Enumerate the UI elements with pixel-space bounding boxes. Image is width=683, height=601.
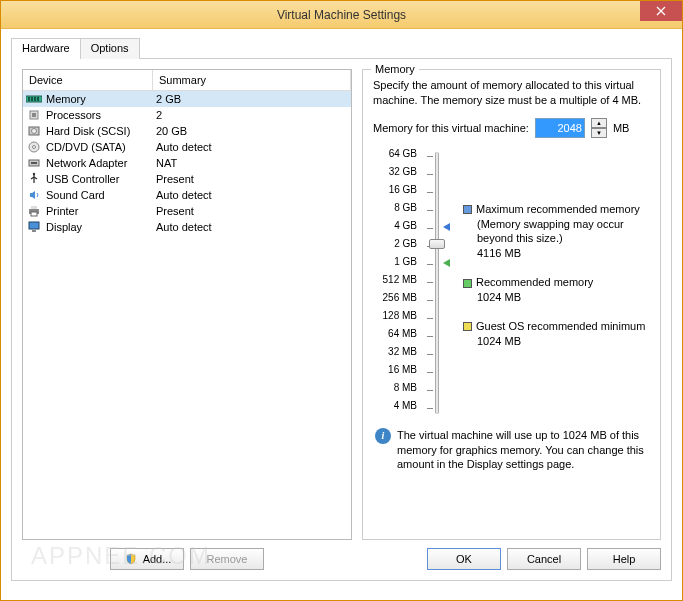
slider-labels: 64 GB32 GB16 GB8 GB4 GB2 GB1 GB512 MB256… <box>373 148 421 418</box>
slider-tick <box>427 318 433 319</box>
cancel-button[interactable]: Cancel <box>507 548 581 570</box>
slider-tick <box>427 300 433 301</box>
window: Virtual Machine Settings Hardware Option… <box>0 0 683 601</box>
info-text: The virtual machine will use up to 1024 … <box>397 428 648 473</box>
table-row[interactable]: Sound CardAuto detect <box>23 187 351 203</box>
table-row[interactable]: PrinterPresent <box>23 203 351 219</box>
device-name: Printer <box>46 205 78 217</box>
svg-rect-1 <box>28 97 30 101</box>
table-row[interactable]: CD/DVD (SATA)Auto detect <box>23 139 351 155</box>
memory-icon <box>26 93 42 105</box>
help-button[interactable]: Help <box>587 548 661 570</box>
table-row[interactable]: Network AdapterNAT <box>23 155 351 171</box>
slider-tick <box>427 174 433 175</box>
device-name: Hard Disk (SCSI) <box>46 125 130 137</box>
device-summary: Present <box>156 173 348 185</box>
svg-rect-12 <box>31 162 37 164</box>
disk-icon <box>26 125 42 137</box>
table-row[interactable]: Hard Disk (SCSI)20 GB <box>23 123 351 139</box>
device-table: Device Summary Memory2 GBProcessors2Hard… <box>22 69 352 540</box>
cpu-icon <box>26 109 42 121</box>
svg-point-8 <box>32 129 37 134</box>
legend-max: Maximum recommended memory (Memory swapp… <box>463 202 650 261</box>
footer-buttons: OK Cancel Help <box>362 548 661 570</box>
legend-rec: Recommended memory 1024 MB <box>463 275 650 305</box>
svg-rect-3 <box>34 97 36 101</box>
memory-input-label: Memory for this virtual machine: <box>373 122 529 134</box>
slider-tick-label: 64 GB <box>373 148 421 166</box>
table-row[interactable]: DisplayAuto detect <box>23 219 351 235</box>
device-table-header: Device Summary <box>23 70 351 91</box>
close-icon <box>656 6 666 16</box>
tab-hardware[interactable]: Hardware <box>11 38 81 59</box>
device-summary: Auto detect <box>156 141 348 153</box>
legend-square-green <box>463 279 472 288</box>
slider-tick-label: 2 GB <box>373 238 421 256</box>
info-icon: i <box>375 428 391 444</box>
table-row[interactable]: Processors2 <box>23 107 351 123</box>
usb-icon <box>26 173 42 185</box>
device-name: Processors <box>46 109 101 121</box>
svg-rect-15 <box>31 206 37 209</box>
slider-tick-label: 512 MB <box>373 274 421 292</box>
device-name: Sound Card <box>46 189 105 201</box>
memory-input[interactable] <box>535 118 585 138</box>
memory-fieldset: Memory Specify the amount of memory allo… <box>362 69 661 540</box>
info-box: i The virtual machine will use up to 102… <box>373 426 650 475</box>
spinner-down[interactable]: ▼ <box>591 128 607 138</box>
svg-point-10 <box>33 146 36 149</box>
close-button[interactable] <box>640 1 682 21</box>
svg-rect-6 <box>32 113 36 117</box>
svg-rect-4 <box>37 97 39 101</box>
table-row[interactable]: USB ControllerPresent <box>23 171 351 187</box>
device-name: Network Adapter <box>46 157 127 169</box>
legend-square-blue <box>463 205 472 214</box>
remove-button[interactable]: Remove <box>190 548 264 570</box>
slider-thumb[interactable] <box>429 239 445 249</box>
slider-tick <box>427 192 433 193</box>
add-button[interactable]: Add... <box>110 548 184 570</box>
slider-tick-label: 32 GB <box>373 166 421 184</box>
content: Hardware Options Device Summary Memory2 … <box>1 29 682 600</box>
slider-tick <box>427 390 433 391</box>
slider-tick-label: 16 MB <box>373 364 421 382</box>
table-row[interactable]: Memory2 GB <box>23 91 351 107</box>
slider-tick <box>427 156 433 157</box>
slider-track-col <box>421 148 455 418</box>
slider-tick-label: 1 GB <box>373 256 421 274</box>
device-summary: 20 GB <box>156 125 348 137</box>
ok-button[interactable]: OK <box>427 548 501 570</box>
spinner-up[interactable]: ▲ <box>591 118 607 128</box>
sound-icon <box>26 189 42 201</box>
device-name: CD/DVD (SATA) <box>46 141 126 153</box>
add-button-label: Add... <box>143 553 172 565</box>
slider-tick-label: 32 MB <box>373 346 421 364</box>
slider-tick-label: 16 GB <box>373 184 421 202</box>
slider-tick-label: 256 MB <box>373 292 421 310</box>
device-name: Memory <box>46 93 86 105</box>
window-title: Virtual Machine Settings <box>277 8 406 22</box>
tabs: Hardware Options <box>11 37 672 59</box>
slider-tick-label: 4 MB <box>373 400 421 418</box>
slider-tick <box>427 228 433 229</box>
svg-point-13 <box>33 173 35 175</box>
device-name: Display <box>46 221 82 233</box>
tab-options[interactable]: Options <box>80 38 140 59</box>
device-buttons: Add... Remove <box>22 548 352 570</box>
svg-rect-2 <box>31 97 33 101</box>
legend-area: Maximum recommended memory (Memory swapp… <box>455 148 650 418</box>
column-summary[interactable]: Summary <box>153 70 351 90</box>
slider-tick <box>427 210 433 211</box>
slider-track[interactable] <box>435 152 439 414</box>
slider-tick <box>427 336 433 337</box>
slider-tick <box>427 354 433 355</box>
column-device[interactable]: Device <box>23 70 153 90</box>
slider-area: 64 GB32 GB16 GB8 GB4 GB2 GB1 GB512 MB256… <box>373 148 650 418</box>
tab-body: Device Summary Memory2 GBProcessors2Hard… <box>11 59 672 581</box>
device-summary: 2 GB <box>156 93 348 105</box>
svg-rect-16 <box>31 212 37 216</box>
shield-icon <box>123 553 139 565</box>
printer-icon <box>26 205 42 217</box>
slider-tick-label: 128 MB <box>373 310 421 328</box>
device-summary: Auto detect <box>156 221 348 233</box>
